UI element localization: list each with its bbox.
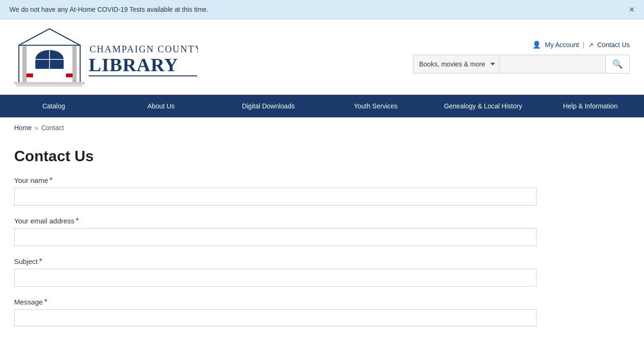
alert-message: We do not have any At-Home COVID-19 Test… [9, 6, 208, 13]
required-star-message: * [44, 298, 47, 306]
svg-rect-9 [23, 46, 26, 83]
nav-item-digital-downloads[interactable]: Digital Downloads [215, 95, 322, 117]
svg-marker-1 [19, 29, 80, 45]
required-star-subject: * [39, 257, 42, 265]
search-category-dropdown[interactable]: Books, movies & more [413, 56, 499, 73]
form-group-email: Your email address* [14, 217, 552, 246]
svg-text:LIBRARY: LIBRARY [89, 54, 178, 75]
form-group-subject: Subject* [14, 257, 552, 287]
nav-item-youth-services[interactable]: Youth Services [322, 95, 429, 117]
required-star-name: * [50, 176, 52, 184]
svg-rect-12 [17, 84, 83, 87]
external-link-icon: ↗ [588, 41, 594, 49]
label-subject: Subject* [14, 257, 552, 266]
input-your-name[interactable] [14, 188, 537, 206]
logo-area: CHAMPAIGN COUNTY LIBRARY [14, 26, 198, 88]
breadcrumb-current: Contact [41, 124, 64, 132]
pipe-separator: | [583, 41, 585, 49]
input-message[interactable] [14, 309, 537, 326]
input-subject[interactable] [14, 269, 537, 287]
header-links: 👤 My Account | ↗ Contact Us [532, 41, 630, 49]
my-account-link[interactable]: My Account [545, 41, 579, 49]
label-your-name: Your name* [14, 176, 552, 185]
search-input[interactable] [499, 56, 605, 73]
form-group-message: Message* [14, 298, 552, 326]
svg-rect-11 [14, 82, 85, 84]
breadcrumb: Home » Contact [0, 117, 644, 138]
breadcrumb-home-link[interactable]: Home [14, 124, 32, 132]
label-email: Your email address* [14, 217, 552, 225]
navbar: Catalog About Us Digital Downloads Youth… [0, 95, 644, 117]
user-icon: 👤 [532, 41, 541, 49]
search-bar: Books, movies & more 🔍 [413, 55, 630, 74]
breadcrumb-separator: » [34, 124, 38, 132]
search-button[interactable]: 🔍 [605, 55, 629, 73]
library-logo: CHAMPAIGN COUNTY LIBRARY [14, 26, 198, 88]
required-star-email: * [76, 217, 79, 225]
nav-item-genealogy[interactable]: Genealogy & Local History [429, 95, 537, 117]
main-content: Contact Us Your name* Your email address… [0, 138, 566, 356]
page-title: Contact Us [14, 148, 552, 165]
svg-text:CHAMPAIGN COUNTY: CHAMPAIGN COUNTY [90, 44, 198, 54]
nav-item-help[interactable]: Help & Information [537, 95, 644, 117]
form-group-name: Your name* [14, 176, 552, 206]
search-icon: 🔍 [612, 59, 623, 69]
alert-close-button[interactable]: × [629, 5, 635, 14]
svg-rect-10 [73, 46, 76, 83]
input-email[interactable] [14, 228, 537, 246]
contact-us-link[interactable]: Contact Us [597, 41, 630, 49]
header: CHAMPAIGN COUNTY LIBRARY 👤 My Account | … [0, 19, 644, 95]
label-message: Message* [14, 298, 552, 306]
nav-item-about-us[interactable]: About Us [107, 95, 215, 117]
header-right: 👤 My Account | ↗ Contact Us Books, movie… [413, 41, 630, 74]
alert-banner: We do not have any At-Home COVID-19 Test… [0, 0, 644, 19]
nav-item-catalog[interactable]: Catalog [0, 95, 107, 117]
